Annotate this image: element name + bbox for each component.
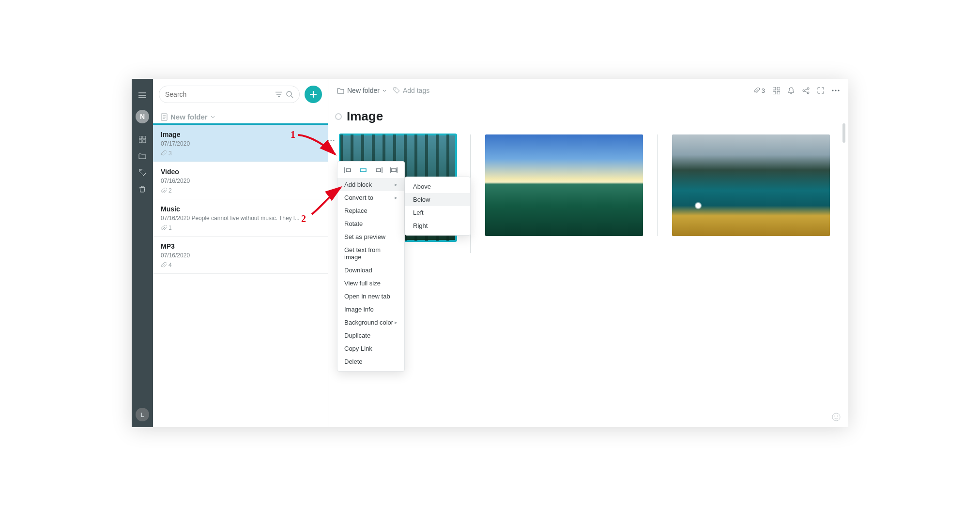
filter-icon[interactable] (276, 91, 282, 97)
svg-point-17 (838, 89, 839, 91)
submenu-right[interactable]: Right (405, 219, 470, 232)
submenu-above[interactable]: Above (405, 180, 470, 193)
svg-rect-1 (143, 136, 146, 139)
align-full-icon[interactable] (389, 166, 398, 174)
align-center-icon[interactable] (358, 166, 368, 174)
note-meta: 07/16/2020 (161, 252, 320, 259)
svg-rect-8 (773, 87, 776, 90)
svg-rect-21 (346, 169, 351, 172)
svg-point-7 (395, 89, 396, 89)
user-avatar[interactable]: L (136, 408, 149, 421)
more-icon[interactable] (832, 89, 840, 91)
svg-rect-2 (139, 140, 142, 143)
annotation-arrow-1 (296, 131, 340, 160)
note-title: MP3 (161, 242, 320, 250)
add-note-button[interactable] (305, 86, 322, 103)
attachment-count[interactable]: 3 (753, 87, 765, 94)
folder-header-label: New folder (170, 113, 208, 121)
bell-icon[interactable] (788, 87, 795, 94)
svg-rect-10 (773, 91, 776, 94)
align-left-icon[interactable] (343, 166, 353, 174)
image-thumb-3[interactable] (672, 134, 830, 236)
workspace-avatar[interactable]: N (136, 110, 149, 123)
menu-download[interactable]: Download (337, 264, 404, 277)
note-attachments: 4 (161, 262, 320, 268)
note-meta: 07/16/2020 (161, 178, 320, 184)
svg-rect-9 (777, 87, 780, 90)
svg-point-5 (287, 91, 291, 96)
main-pane: New folder Add tags 3 (328, 79, 848, 427)
menu-open-tab[interactable]: Open in new tab (337, 290, 404, 303)
svg-point-14 (807, 92, 809, 94)
emoji-picker-icon[interactable] (832, 413, 841, 421)
image-thumb-2[interactable] (485, 134, 643, 236)
note-title: Video (161, 168, 320, 176)
note-attachments: 2 (161, 187, 320, 194)
left-rail: N L (132, 79, 153, 427)
page-title[interactable]: Image (347, 109, 383, 124)
menu-view-full[interactable]: View full size (337, 277, 404, 290)
page-title-row: Image (332, 106, 840, 127)
add-tags-label: Add tags (403, 87, 429, 94)
menu-copy-link[interactable]: Copy Link (337, 342, 404, 355)
menu-rotate[interactable]: Rotate (337, 217, 404, 230)
menu-set-preview[interactable]: Set as preview (337, 230, 404, 243)
svg-point-15 (832, 89, 833, 91)
breadcrumb-folder: New folder (347, 87, 380, 94)
note-meta: 07/16/2020 People cannot live without mu… (161, 215, 320, 222)
app-frame: N L (132, 79, 848, 427)
svg-point-18 (832, 413, 840, 421)
svg-rect-22 (360, 169, 366, 172)
submenu-left[interactable]: Left (405, 206, 470, 219)
dashboard-icon[interactable] (132, 131, 153, 148)
folder-icon[interactable] (132, 148, 153, 164)
menu-get-text[interactable]: Get text from image (337, 243, 404, 264)
svg-rect-24 (391, 169, 396, 172)
svg-rect-11 (777, 91, 780, 94)
menu-delete[interactable]: Delete (337, 355, 404, 368)
svg-point-12 (803, 89, 805, 91)
tag-icon[interactable] (132, 164, 153, 180)
expand-icon[interactable] (817, 87, 824, 94)
image-slot-2 (485, 134, 643, 236)
chevron-right-icon: ▸ (395, 194, 398, 201)
image-slot-3 (672, 134, 830, 236)
grid-view-icon[interactable] (773, 87, 780, 94)
add-tags[interactable]: Add tags (393, 87, 429, 94)
menu-image-info[interactable]: Image info (337, 303, 404, 316)
gallery-divider (657, 134, 658, 236)
search-input-wrapper[interactable] (159, 86, 300, 103)
note-item-mp3[interactable]: MP3 07/16/2020 4 (153, 237, 328, 274)
add-block-submenu: Above Below Left Right (405, 177, 471, 236)
share-icon[interactable] (802, 87, 810, 94)
annotation-number-1: 1 (291, 129, 295, 140)
annotation-arrow-2 (309, 184, 348, 218)
task-checkbox[interactable] (335, 113, 342, 120)
annotation-number-2: 2 (301, 213, 306, 224)
note-title: Music (161, 205, 320, 213)
menu-bg-color[interactable]: Background color▸ (337, 316, 404, 329)
svg-point-13 (807, 88, 809, 89)
hamburger-icon[interactable] (132, 86, 153, 105)
chevron-right-icon: ▸ (395, 319, 398, 326)
search-input[interactable] (165, 90, 276, 98)
svg-point-4 (140, 170, 141, 171)
breadcrumb[interactable]: New folder (337, 87, 386, 94)
scrollbar[interactable] (842, 123, 845, 143)
editor-body: Image ··· ption (328, 102, 840, 427)
submenu-below[interactable]: Below (405, 193, 470, 206)
svg-rect-23 (376, 169, 381, 172)
trash-icon[interactable] (132, 180, 153, 197)
svg-rect-0 (139, 136, 142, 139)
align-right-icon[interactable] (374, 166, 383, 174)
svg-point-19 (834, 416, 835, 417)
search-icon[interactable] (286, 91, 293, 98)
chevron-right-icon: ▸ (395, 181, 398, 188)
note-attachments: 1 (161, 224, 320, 231)
menu-duplicate[interactable]: Duplicate (337, 329, 404, 342)
svg-point-16 (835, 89, 836, 91)
svg-point-20 (837, 416, 838, 417)
note-item-video[interactable]: Video 07/16/2020 2 (153, 162, 328, 199)
folder-header[interactable]: New folder (153, 108, 328, 125)
svg-rect-3 (143, 140, 146, 143)
